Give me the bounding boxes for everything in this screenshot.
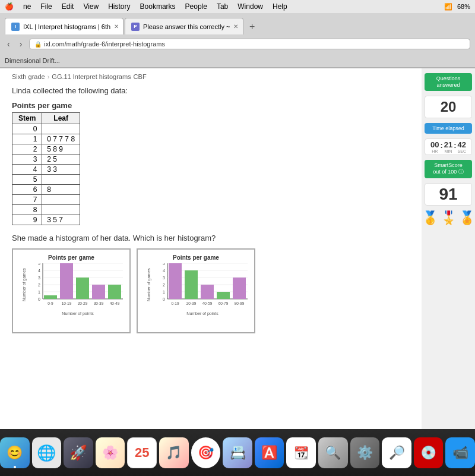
smart-score-sublabel: out of 100 ⓘ xyxy=(429,168,467,176)
tab-bar: I IXL | Interpret histograms | 6th ✕ P P… xyxy=(0,13,475,34)
svg-text:5: 5 xyxy=(163,263,165,266)
menu-tab[interactable]: Tab xyxy=(217,2,228,11)
tab-ixl-close[interactable]: ✕ xyxy=(114,23,119,30)
col-stem: Stem xyxy=(12,113,42,124)
time-sec-segment: 42 SEC xyxy=(458,140,466,153)
menu-edit[interactable]: Edit xyxy=(62,2,74,11)
svg-text:1: 1 xyxy=(163,290,165,294)
back-button[interactable]: ‹ xyxy=(5,38,12,50)
dock-finder[interactable]: 😊 xyxy=(0,437,30,468)
svg-text:60-79: 60-79 xyxy=(218,301,229,305)
address-bar: ‹ › 🔒 ixl.com/math/grade-6/interpret-his… xyxy=(0,34,475,53)
dock-spotlight[interactable]: 🔍 xyxy=(318,437,348,468)
time-hr-label: HR xyxy=(430,149,439,153)
dock-launchpad[interactable]: 🚀 xyxy=(64,437,93,468)
dock-preview[interactable]: 🔎 xyxy=(382,437,411,468)
chart1-y-label: Number of games xyxy=(22,289,26,301)
forward-button[interactable]: › xyxy=(17,38,25,50)
dock-dvd[interactable]: 💿 xyxy=(414,437,444,468)
svg-text:10-19: 10-19 xyxy=(62,301,72,305)
dock-contacts[interactable]: 📇 xyxy=(223,437,252,468)
new-tab-button[interactable]: + xyxy=(245,19,259,34)
table-title: Points per game xyxy=(12,101,410,110)
browser-chrome: I IXL | Interpret histograms | 6th ✕ P P… xyxy=(0,13,475,68)
url-bar[interactable]: 🔒 ixl.com/math/grade-6/interpret-histogr… xyxy=(29,39,470,49)
wifi-icon: 📶 xyxy=(444,3,452,11)
tab-please-close[interactable]: ✕ xyxy=(233,23,238,30)
lock-icon: 🔒 xyxy=(34,41,42,48)
tab-ixl-icon: I xyxy=(11,23,20,31)
chart1-container[interactable]: Points per game Number of games 0 1 2 3 … xyxy=(12,248,131,333)
svg-text:40-49: 40-49 xyxy=(110,301,120,305)
breadcrumb-sep1: › xyxy=(48,73,50,80)
dock-chrome[interactable]: 🌐 xyxy=(32,437,62,468)
bookmark-dimensional-drift[interactable]: Dimensional Drift... xyxy=(5,57,60,64)
chart1-x-label: Number of points xyxy=(31,311,125,316)
chart1-title: Points per game xyxy=(18,254,125,261)
svg-rect-17 xyxy=(108,285,121,299)
questions-answered-count: 20 xyxy=(425,96,472,118)
bookmarks-bar: Dimensional Drift... xyxy=(0,53,475,68)
svg-text:0: 0 xyxy=(163,297,165,301)
svg-text:5: 5 xyxy=(38,263,40,266)
menu-people[interactable]: People xyxy=(185,2,207,11)
tab-ixl[interactable]: I IXL | Interpret histograms | 6th ✕ xyxy=(5,18,124,34)
svg-rect-14 xyxy=(60,263,73,299)
question-text: Linda collected the following data: xyxy=(12,86,410,95)
svg-rect-39 xyxy=(217,292,230,299)
time-sec-value: 42 xyxy=(458,140,466,149)
dock-target[interactable]: 🎯 xyxy=(191,437,221,468)
table-row: 8 xyxy=(12,205,80,215)
badge-2: 🎖️ xyxy=(441,210,457,226)
badges-row: 🥇 🎖️ 🏅 xyxy=(422,210,475,226)
menu-file[interactable]: File xyxy=(40,2,52,11)
dock-photos[interactable]: 🌸 xyxy=(96,437,125,468)
dock-calendar[interactable]: 25 xyxy=(127,437,157,468)
menu-bar-right: 📶 68% xyxy=(444,3,470,11)
smart-score-box: SmartScore out of 100 ⓘ xyxy=(425,160,472,178)
svg-text:2: 2 xyxy=(38,283,40,287)
svg-text:1: 1 xyxy=(38,290,40,294)
svg-rect-36 xyxy=(169,263,182,299)
menu-window[interactable]: Window xyxy=(238,2,263,11)
breadcrumb-gg11[interactable]: GG.11 Interpret histograms xyxy=(52,73,131,80)
menu-history[interactable]: History xyxy=(108,2,130,11)
time-min-value: 21 xyxy=(444,140,452,149)
svg-text:3: 3 xyxy=(163,276,165,280)
dock-itunes[interactable]: 🎵 xyxy=(159,437,189,468)
time-hr-value: 00 xyxy=(430,140,439,149)
apple-menu[interactable]: 🍎 xyxy=(5,2,14,11)
time-elapsed-label: Time elapsed xyxy=(429,125,467,131)
dock-ical[interactable]: 📆 xyxy=(286,437,316,468)
time-sep1: : xyxy=(440,141,442,150)
tab-ixl-label: IXL | Interpret histograms | 6th xyxy=(23,23,110,30)
dock-area: 😊 🌐 🚀 🌸 25 🎵 🎯 📇 🅰️ 📆 🔍 ⚙️ 🔎 💿 📹 xyxy=(0,429,475,476)
menu-ne[interactable]: ne xyxy=(23,2,31,11)
url-text: ixl.com/math/grade-6/interpret-histogram… xyxy=(44,40,165,48)
table-row: 32 5 xyxy=(12,155,80,165)
breadcrumb-cbf: CBF xyxy=(134,73,147,80)
dock-appstore[interactable]: 🅰️ xyxy=(255,437,284,468)
tab-please-icon: P xyxy=(131,23,140,31)
menu-help[interactable]: Help xyxy=(273,2,287,11)
dock-system[interactable]: ⚙️ xyxy=(350,437,380,468)
table-row: 68 xyxy=(12,185,80,195)
col-leaf: Leaf xyxy=(42,113,80,124)
table-row: 5 xyxy=(12,175,80,185)
content-area: Sixth grade › GG.11 Interpret histograms… xyxy=(0,68,475,429)
questions-answered-label: Questions answered xyxy=(429,75,467,89)
svg-rect-13 xyxy=(44,295,57,299)
tab-please[interactable]: P Please answer this correctly ~ ✕ xyxy=(125,18,243,34)
menu-view[interactable]: View xyxy=(83,2,99,11)
smart-score-label: SmartScore xyxy=(429,162,467,168)
svg-text:0-9: 0-9 xyxy=(48,301,53,305)
table-row: 7 xyxy=(12,195,80,205)
table-row: 93 5 7 xyxy=(12,215,80,225)
badge-1: 🥇 xyxy=(422,210,438,226)
time-sec-label: SEC xyxy=(458,149,466,153)
breadcrumb-sixth-grade[interactable]: Sixth grade xyxy=(12,73,45,80)
chart2-container[interactable]: Points per game Number of games 0 1 2 3 … xyxy=(137,248,255,333)
dock-zoom[interactable]: 📹 xyxy=(445,437,475,468)
smart-score-number: 91 xyxy=(425,183,472,206)
menu-bookmarks[interactable]: Bookmarks xyxy=(140,2,176,11)
